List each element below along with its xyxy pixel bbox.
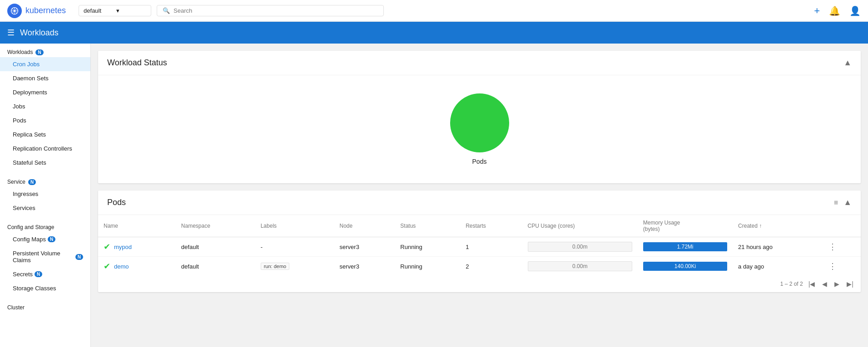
sidebar-item-daemon-sets[interactable]: Daemon Sets	[0, 71, 90, 85]
pods-card-title: Pods	[107, 198, 126, 207]
table-header-row: Name Namespace Labels Node Status Restar…	[98, 215, 861, 237]
workload-status-header: Workload Status ▲	[98, 51, 861, 75]
kubernetes-logo	[7, 4, 22, 18]
filter-icon[interactable]: ≡	[834, 199, 838, 207]
hamburger-icon[interactable]: ☰	[7, 28, 15, 38]
page-prev-btn[interactable]: ◀	[820, 279, 829, 288]
pod-status-check-1: ✔	[104, 242, 110, 252]
col-node: Node	[334, 215, 395, 237]
pod-cpu-2: 0.00m	[522, 257, 638, 276]
pods-card: Pods ≡ ▲ Name Namespace Labels Node Stat…	[98, 191, 861, 292]
table-row: ✔ mypod default - server3 Running 1 0.00…	[98, 237, 861, 257]
pods-card-header: Pods ≡ ▲	[98, 191, 861, 215]
config-maps-badge: N	[48, 236, 55, 242]
workload-status-body: Pods	[98, 75, 861, 183]
pod-node-2: server3	[334, 257, 395, 276]
page-next-btn[interactable]: ▶	[833, 279, 841, 288]
more-icon-2[interactable]: ⋮	[828, 262, 837, 271]
mem-bar-2: 140.00Ki	[643, 262, 727, 271]
pod-labels-1: -	[255, 237, 334, 257]
pod-namespace-2: default	[176, 257, 255, 276]
pod-status-label: Pods	[472, 158, 487, 165]
page-first-btn[interactable]: |◀	[807, 279, 817, 288]
sidebar: Workloads N Cron Jobs Daemon Sets Deploy…	[0, 44, 91, 347]
pod-memory-2: 140.00Ki	[638, 257, 733, 276]
sidebar-item-config-maps[interactable]: Config Maps N	[0, 232, 90, 246]
sidebar-item-jobs[interactable]: Jobs	[0, 99, 90, 113]
pod-name-link-1[interactable]: mypod	[114, 244, 132, 250]
pod-actions-1[interactable]: ⋮	[823, 237, 861, 257]
col-namespace: Namespace	[176, 215, 255, 237]
cpu-bar-2: 0.00m	[528, 261, 632, 271]
cpu-bar-1: 0.00m	[528, 242, 632, 252]
pod-memory-1: 1.72Mi	[638, 237, 733, 257]
pod-name-link-2[interactable]: demo	[114, 263, 129, 270]
collapse-icon[interactable]: ▲	[843, 58, 852, 68]
pod-status-check-2: ✔	[104, 261, 110, 271]
search-bar: 🔍	[157, 5, 384, 16]
pod-created-1: 21 hours ago	[733, 237, 823, 257]
logo-text: kubernetes	[25, 6, 66, 15]
sidebar-item-cron-jobs[interactable]: Cron Jobs	[0, 57, 90, 71]
pods-table-container: Name Namespace Labels Node Status Restar…	[98, 215, 861, 276]
section-title: Workloads	[20, 28, 59, 38]
notifications-icon[interactable]: 🔔	[829, 5, 840, 16]
col-status: Status	[395, 215, 460, 237]
namespace-select[interactable]: default ▾	[79, 5, 151, 16]
sidebar-service-label[interactable]: Service N	[0, 173, 90, 187]
pod-status-2: Running	[395, 257, 460, 276]
sidebar-item-deployments[interactable]: Deployments	[0, 85, 90, 99]
col-cpu: CPU Usage (cores)	[522, 215, 638, 237]
pods-table: Name Namespace Labels Node Status Restar…	[98, 215, 861, 276]
user-avatar[interactable]: 👤	[849, 5, 861, 16]
pod-actions-2[interactable]: ⋮	[823, 257, 861, 276]
pods-collapse-icon[interactable]: ▲	[843, 198, 852, 207]
svg-point-5	[14, 10, 15, 12]
pod-name-cell-2: ✔ demo	[98, 257, 176, 276]
workload-status-title: Workload Status	[107, 58, 167, 68]
sidebar-cluster-label[interactable]: Cluster	[0, 299, 90, 313]
namespace-value: default	[84, 7, 114, 14]
sidebar-item-ingresses[interactable]: Ingresses	[0, 187, 90, 201]
pod-restarts-1: 1	[460, 237, 522, 257]
sidebar-item-replica-sets[interactable]: Replica Sets	[0, 127, 90, 142]
label-badge-2: run: demo	[261, 263, 290, 270]
sidebar-item-secrets[interactable]: Secrets N	[0, 267, 90, 281]
workloads-badge: N	[35, 49, 43, 55]
main-layout: Workloads N Cron Jobs Daemon Sets Deploy…	[0, 44, 868, 347]
pagination-info: 1 – 2 of 2	[780, 281, 803, 287]
top-nav-actions: + 🔔 👤	[814, 5, 861, 17]
sidebar-item-stateful-sets[interactable]: Stateful Sets	[0, 156, 90, 170]
add-button[interactable]: +	[814, 5, 820, 17]
pvc-badge: N	[75, 254, 83, 260]
col-name: Name	[98, 215, 176, 237]
pod-created-2: a day ago	[733, 257, 823, 276]
pod-status-circle	[450, 93, 509, 152]
workload-status-card: Workload Status ▲ Pods	[98, 51, 861, 183]
sidebar-item-pods[interactable]: Pods	[0, 113, 90, 127]
pod-status-1: Running	[395, 237, 460, 257]
secrets-badge: N	[35, 271, 42, 277]
sidebar-config-label[interactable]: Config and Storage	[0, 219, 90, 232]
sidebar-item-storage-classes[interactable]: Storage Classes	[0, 281, 90, 295]
logo-area: kubernetes	[7, 4, 66, 18]
col-labels: Labels	[255, 215, 334, 237]
chevron-down-icon: ▾	[116, 7, 146, 14]
pod-namespace-1: default	[176, 237, 255, 257]
top-nav: kubernetes default ▾ 🔍 + 🔔 👤	[0, 0, 868, 22]
pagination: 1 – 2 of 2 |◀ ◀ ▶ ▶|	[98, 276, 861, 292]
search-input[interactable]	[174, 7, 378, 14]
sidebar-item-services[interactable]: Services	[0, 201, 90, 215]
more-icon-1[interactable]: ⋮	[828, 242, 837, 251]
mem-bar-1: 1.72Mi	[643, 242, 727, 251]
pod-labels-2: run: demo	[255, 257, 334, 276]
section-header: ☰ Workloads	[0, 22, 868, 44]
sidebar-item-replication-controllers[interactable]: Replication Controllers	[0, 142, 90, 156]
page-last-btn[interactable]: ▶|	[845, 279, 855, 288]
sidebar-item-pvc[interactable]: Persistent Volume Claims N	[0, 246, 90, 267]
pod-name-cell: ✔ mypod	[98, 237, 176, 257]
table-row: ✔ demo default run: demo server3 Running…	[98, 257, 861, 276]
sidebar-workloads-label[interactable]: Workloads N	[0, 44, 90, 57]
col-created[interactable]: Created ↑	[733, 215, 823, 237]
service-badge: N	[28, 179, 36, 185]
